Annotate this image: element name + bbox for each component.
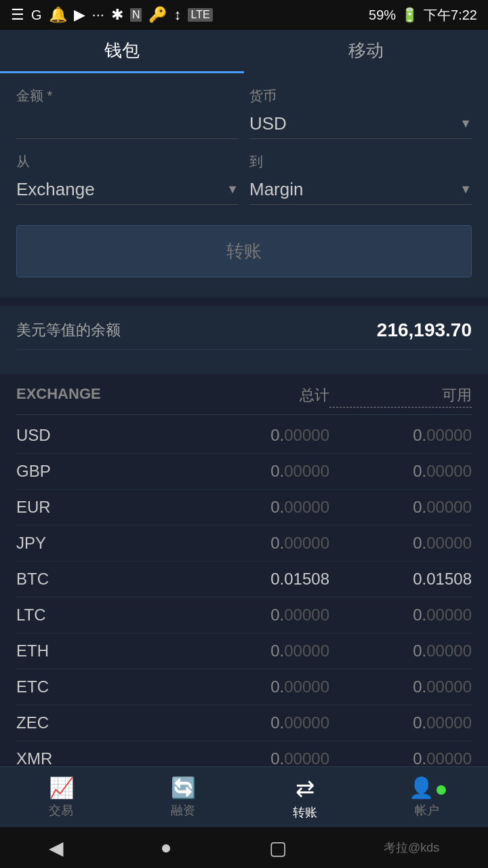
col-available-header: 可用 <box>329 385 472 408</box>
amount-currency-row: 金额 * 货币 USD ▼ <box>16 87 472 139</box>
table-row: JPY0.000000.00000 <box>16 526 472 561</box>
tab-header: 钱包 移动 <box>0 30 488 73</box>
currency-total: 0.01508 <box>187 570 329 589</box>
recent-button[interactable]: ▢ <box>269 837 287 859</box>
play-icon: ▶ <box>74 6 85 24</box>
currency-name: LTC <box>16 606 187 625</box>
nav-account[interactable]: 👤 帐户 <box>386 776 468 818</box>
app-icon: G <box>31 7 42 23</box>
table-row: ETH0.000000.00000 <box>16 633 472 669</box>
battery-percent: 59% <box>369 7 396 23</box>
currency-name: GBP <box>16 462 187 481</box>
time-display: 下午7:22 <box>424 6 477 24</box>
to-select[interactable]: Margin ▼ <box>249 175 472 205</box>
nav-account-label: 帐户 <box>415 802 439 818</box>
currency-available: 0.00000 <box>329 713 472 732</box>
more-icon: ··· <box>92 6 104 24</box>
nav-transfer-label: 转账 <box>293 804 317 821</box>
form-section: 金额 * 货币 USD ▼ 从 Exchange ▼ <box>0 73 488 298</box>
from-value: Exchange <box>16 179 95 200</box>
account-icon: 👤 <box>409 776 446 800</box>
currency-name: BTC <box>16 570 187 589</box>
to-group: 到 Margin ▼ <box>249 153 472 205</box>
col-total-header: 总计 <box>187 385 329 408</box>
balance-label: 美元等值的余额 <box>16 320 121 340</box>
home-button[interactable]: ● <box>161 837 172 859</box>
menu-icon: ☰ <box>11 6 24 24</box>
currency-available: 0.00000 <box>329 677 472 696</box>
amount-group: 金额 * <box>16 87 239 139</box>
table-row: ZEC0.000000.00000 <box>16 705 472 741</box>
currency-name: XMR <box>16 749 187 768</box>
battery-icon: 🔋 <box>401 7 418 23</box>
currency-available: 0.00000 <box>329 642 472 660</box>
nfc-icon: N <box>130 8 142 22</box>
nav-transfer[interactable]: ⇄ 转账 <box>264 774 346 821</box>
status-bar: ☰ G 🔔 ▶ ··· ✱ N 🔑 ↕ LTE 59% 🔋 下午7:22 <box>0 0 488 30</box>
to-label: 到 <box>249 153 472 171</box>
table-row: GBP0.000000.00000 <box>16 454 472 490</box>
currency-total: 0.00000 <box>187 534 329 553</box>
currency-name: ETH <box>16 642 187 660</box>
from-group: 从 Exchange ▼ <box>16 153 239 205</box>
table-row: EUR0.000000.00000 <box>16 490 472 526</box>
currency-available: 0.00000 <box>329 426 472 445</box>
from-arrow-icon: ▼ <box>226 182 239 197</box>
currency-total: 0.00000 <box>187 498 329 517</box>
table-row: LTC0.000000.00000 <box>16 597 472 633</box>
watermark-text: 考拉@kds <box>384 840 439 856</box>
currency-select[interactable]: USD ▼ <box>249 109 472 139</box>
currency-total: 0.00000 <box>187 713 329 732</box>
currency-arrow-icon: ▼ <box>460 117 472 131</box>
currency-available: 0.00000 <box>329 462 472 481</box>
currency-total: 0.00000 <box>187 677 329 696</box>
back-button[interactable]: ◀ <box>49 837 64 859</box>
key-icon: 🔑 <box>148 6 167 24</box>
to-arrow-icon: ▼ <box>460 182 472 197</box>
currency-name: ZEC <box>16 713 187 732</box>
system-nav: ◀ ● ▢ 考拉@kds <box>0 827 488 868</box>
lte-badge: LTE <box>188 8 212 22</box>
nav-trade[interactable]: 📈 交易 <box>20 776 102 818</box>
trade-icon: 📈 <box>49 776 74 800</box>
tab-wallet[interactable]: 钱包 <box>0 30 244 73</box>
bottom-nav: 📈 交易 🔄 融资 ⇄ 转账 👤 帐户 <box>0 766 488 827</box>
exchange-table-header: EXCHANGE 总计 可用 <box>16 374 472 415</box>
amount-input[interactable] <box>16 109 239 139</box>
table-row: BTC0.015080.01508 <box>16 561 472 597</box>
currency-available: 0.00000 <box>329 749 472 768</box>
bluetooth-icon: ✱ <box>111 6 123 24</box>
from-to-row: 从 Exchange ▼ 到 Margin ▼ <box>16 153 472 205</box>
to-value: Margin <box>249 179 303 200</box>
nav-finance[interactable]: 🔄 融资 <box>142 776 224 818</box>
bell-icon: 🔔 <box>49 6 67 24</box>
currency-available: 0.00000 <box>329 498 472 517</box>
status-icons-left: ☰ G 🔔 ▶ ··· ✱ N 🔑 ↕ LTE <box>11 6 213 24</box>
balance-header: 美元等值的余额 216,193.70 <box>16 319 472 350</box>
col-exchange-header: EXCHANGE <box>16 385 187 408</box>
table-row: ETC0.000000.00000 <box>16 669 472 705</box>
currency-total: 0.00000 <box>187 462 329 481</box>
balance-value: 216,193.70 <box>377 319 472 341</box>
currency-name: JPY <box>16 534 187 553</box>
currency-total: 0.00000 <box>187 642 329 660</box>
currency-name: ETC <box>16 677 187 696</box>
transfer-button[interactable]: 转账 <box>16 225 472 277</box>
finance-icon: 🔄 <box>171 776 196 800</box>
currency-label: 货币 <box>249 87 472 105</box>
tab-move[interactable]: 移动 <box>244 30 488 73</box>
currency-available: 0.00000 <box>329 534 472 553</box>
currency-name: USD <box>16 426 187 445</box>
table-row: USD0.000000.00000 <box>16 418 472 454</box>
currency-total: 0.00000 <box>187 426 329 445</box>
balance-section: 美元等值的余额 216,193.70 <box>0 306 488 374</box>
currency-group: 货币 USD ▼ <box>249 87 472 139</box>
from-select[interactable]: Exchange ▼ <box>16 175 239 205</box>
transfer-icon: ⇄ <box>296 774 314 802</box>
status-right: 59% 🔋 下午7:22 <box>369 6 477 24</box>
currency-total: 0.00000 <box>187 749 329 768</box>
nav-finance-label: 融资 <box>171 802 195 818</box>
signal-icon: ↕ <box>174 6 181 24</box>
currency-total: 0.00000 <box>187 606 329 625</box>
amount-label: 金额 * <box>16 87 239 105</box>
